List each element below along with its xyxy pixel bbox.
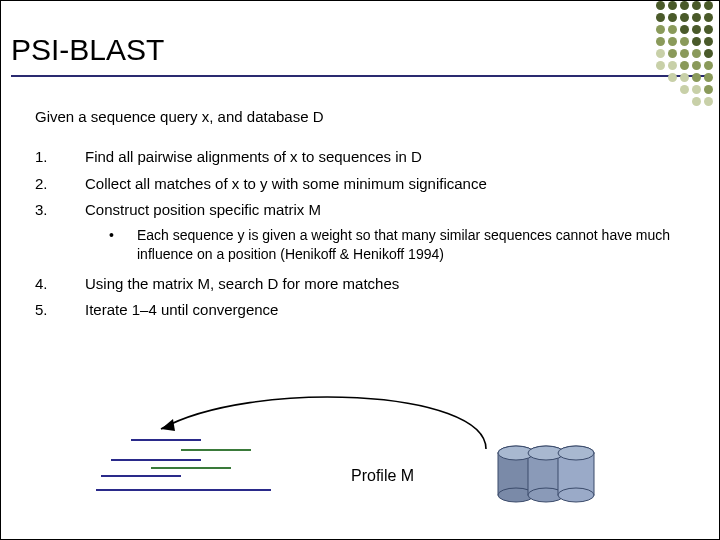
step-number: 2. <box>35 174 85 194</box>
profile-label: Profile M <box>351 467 414 485</box>
step-item: 4. Using the matrix M, search D for more… <box>35 274 685 294</box>
svg-point-9 <box>558 488 594 502</box>
svg-point-12 <box>558 446 594 460</box>
sub-text: Each sequence y is given a weight so tha… <box>137 226 685 264</box>
corner-dot-motif <box>656 1 713 106</box>
dot-grid <box>656 1 713 106</box>
step-text: Iterate 1–4 until convergence <box>85 300 278 320</box>
step-item: 5. Iterate 1–4 until convergence <box>35 300 685 320</box>
step-item: 3. Construct position specific matrix M <box>35 200 685 220</box>
page-title: PSI-BLAST <box>11 33 709 67</box>
step-number: 1. <box>35 147 85 167</box>
step-item: 1. Find all pairwise alignments of x to … <box>35 147 685 167</box>
step-item: 2. Collect all matches of x to y with so… <box>35 174 685 194</box>
step-number: 4. <box>35 274 85 294</box>
step-number: 5. <box>35 300 85 320</box>
intro-text: Given a sequence query x, and database D <box>35 107 685 127</box>
step-text: Construct position specific matrix M <box>85 200 321 220</box>
step-text: Using the matrix M, search D for more ma… <box>85 274 399 294</box>
step-text: Collect all matches of x to y with some … <box>85 174 487 194</box>
database-cylinders-icon <box>491 439 611 519</box>
diagram: Profile M <box>91 379 631 509</box>
svg-marker-0 <box>161 419 175 431</box>
title-rule <box>11 75 709 77</box>
step-text: Find all pairwise alignments of x to seq… <box>85 147 422 167</box>
sub-bullet-item: • Each sequence y is given a weight so t… <box>109 226 685 264</box>
bullet-icon: • <box>109 226 137 264</box>
step-number: 3. <box>35 200 85 220</box>
